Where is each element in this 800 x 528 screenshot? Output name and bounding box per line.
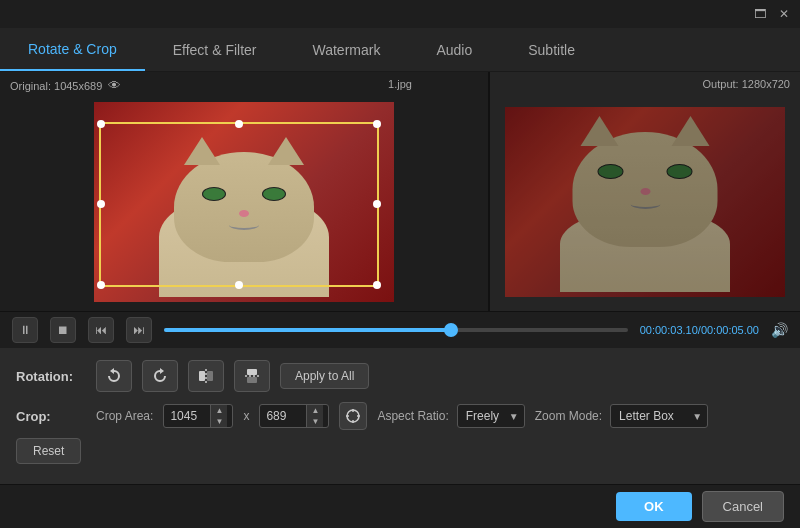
apply-all-button[interactable]: Apply to All	[280, 363, 369, 389]
tab-effect-filter[interactable]: Effect & Filter	[145, 28, 285, 71]
flip-horizontal-button[interactable]	[188, 360, 224, 392]
play-pause-button[interactable]: ⏸	[12, 317, 38, 343]
zoom-mode-select[interactable]: Letter Box Pan & Scan Full	[610, 404, 708, 428]
tab-subtitle[interactable]: Subtitle	[500, 28, 603, 71]
flip-vertical-button[interactable]	[234, 360, 270, 392]
next-frame-button[interactable]: ⏭	[126, 317, 152, 343]
controls-bar: ⏸ ⏹ ⏮ ⏭ 00:00:03.10/00:00:05.00 🔊	[0, 312, 800, 348]
volume-icon[interactable]: 🔊	[771, 322, 788, 338]
settings-section: Rotation: Apply to All	[0, 348, 800, 476]
height-spin-up[interactable]: ▲	[307, 405, 323, 416]
zoom-mode-label: Zoom Mode:	[535, 409, 602, 423]
dimensions-separator: x	[243, 409, 249, 423]
aspect-ratio-section: Aspect Ratio: Freely 16:9 4:3 1:1 9:16 ▼	[377, 404, 524, 428]
aspect-ratio-label: Aspect Ratio:	[377, 409, 448, 423]
tab-watermark[interactable]: Watermark	[285, 28, 409, 71]
zoom-mode-select-wrap: Letter Box Pan & Scan Full ▼	[610, 404, 708, 428]
aspect-ratio-select[interactable]: Freely 16:9 4:3 1:1 9:16	[457, 404, 525, 428]
rotation-label: Rotation:	[16, 369, 86, 384]
rotate-ccw-button[interactable]	[96, 360, 132, 392]
ok-button[interactable]: OK	[616, 492, 692, 521]
preview-left	[0, 72, 488, 311]
title-bar: 🗖 ✕	[0, 0, 800, 28]
output-image	[505, 107, 785, 297]
svg-rect-1	[207, 371, 213, 381]
crop-height-input-wrap: ▲ ▼	[259, 404, 329, 428]
bottom-bar: OK Cancel	[0, 484, 800, 528]
height-spin-down[interactable]: ▼	[307, 416, 323, 427]
zoom-mode-section: Zoom Mode: Letter Box Pan & Scan Full ▼	[535, 404, 708, 428]
reset-row: Reset	[16, 438, 784, 464]
svg-rect-4	[247, 377, 257, 383]
stop-button[interactable]: ⏹	[50, 317, 76, 343]
preview-area: Original: 1045x689 👁 1.jpg Output: 1280x…	[0, 72, 800, 312]
source-image	[94, 102, 394, 302]
crop-area-label: Crop Area:	[96, 409, 153, 423]
crop-label: Crop:	[16, 409, 86, 424]
progress-thumb[interactable]	[444, 323, 458, 337]
cancel-button[interactable]: Cancel	[702, 491, 784, 522]
minimize-button[interactable]: 🗖	[752, 6, 768, 22]
tab-audio[interactable]: Audio	[408, 28, 500, 71]
output-info: Output: 1280x720	[703, 78, 790, 90]
progress-bar[interactable]	[164, 328, 628, 332]
reset-button[interactable]: Reset	[16, 438, 81, 464]
crop-width-input-wrap: ▲ ▼	[163, 404, 233, 428]
tab-rotate-crop[interactable]: Rotate & Crop	[0, 28, 145, 71]
svg-rect-0	[199, 371, 205, 381]
svg-rect-3	[247, 369, 257, 375]
aspect-ratio-select-wrap: Freely 16:9 4:3 1:1 9:16 ▼	[457, 404, 525, 428]
rotate-cw-button[interactable]	[142, 360, 178, 392]
crop-width-input[interactable]	[164, 406, 210, 426]
tabs-bar: Rotate & Crop Effect & Filter Watermark …	[0, 28, 800, 72]
progress-fill	[164, 328, 451, 332]
time-display: 00:00:03.10/00:00:05.00	[640, 324, 759, 336]
crop-height-input[interactable]	[260, 406, 306, 426]
close-button[interactable]: ✕	[776, 6, 792, 22]
preview-right	[490, 72, 800, 311]
rotation-row: Rotation: Apply to All	[16, 360, 784, 392]
center-crop-button[interactable]	[339, 402, 367, 430]
width-spin-down[interactable]: ▼	[211, 416, 227, 427]
prev-frame-button[interactable]: ⏮	[88, 317, 114, 343]
width-spin-up[interactable]: ▲	[211, 405, 227, 416]
crop-row: Crop: Crop Area: ▲ ▼ x ▲ ▼	[16, 402, 784, 430]
